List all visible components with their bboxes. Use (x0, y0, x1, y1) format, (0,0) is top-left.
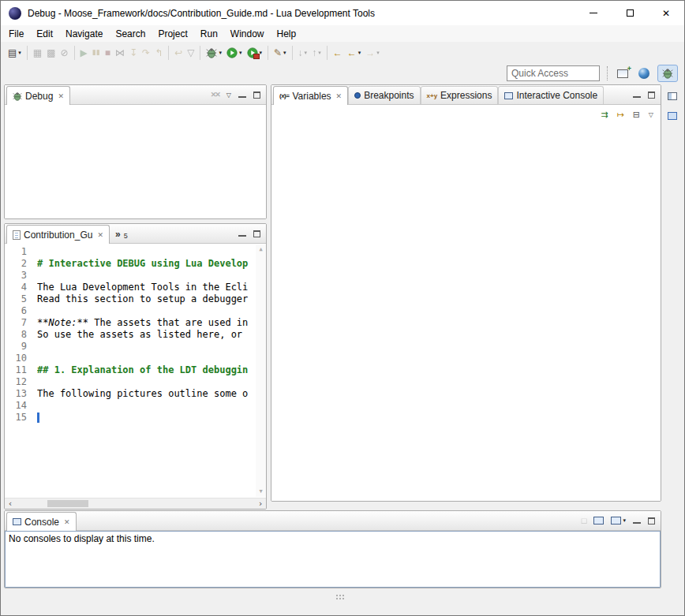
open-console-button[interactable]: ▾ (611, 517, 626, 525)
debug-button[interactable]: ▾ (204, 44, 224, 62)
terminate-button[interactable]: ■ (103, 44, 113, 62)
forward-button[interactable]: → ▾ (363, 44, 382, 62)
previous-annotation-button[interactable]: ↑ ▾ (309, 44, 324, 62)
next-annotation-button[interactable]: ↓ ▾ (296, 44, 310, 62)
step-over-button[interactable]: ↷ (140, 44, 152, 62)
tab-close-icon[interactable]: ✕ (58, 92, 64, 100)
menu-help[interactable]: Help (271, 27, 303, 41)
tab-label: Console (24, 517, 59, 528)
save-all-icon: ▩ (47, 48, 55, 58)
perspective-ldt-button[interactable] (634, 65, 654, 82)
terminate-icon: ■ (105, 48, 110, 58)
menu-navigate[interactable]: Navigate (59, 27, 109, 41)
editor-body[interactable]: 1 2 3 4 5 6 7 8 9 10 11 12 13 14 15 # In… (5, 244, 266, 509)
remove-terminated-button[interactable]: ✕✕ (211, 91, 219, 99)
tab-close-icon[interactable]: ✕ (97, 231, 103, 239)
scroll-up-icon[interactable]: ▲ (259, 247, 262, 252)
menu-file[interactable]: File (2, 27, 30, 41)
debug-view-toolbar: ✕✕ ▽ (211, 85, 266, 104)
last-edit-location-button[interactable]: ← (331, 44, 345, 62)
horizontal-scrollbar[interactable]: ‹ › (5, 498, 266, 509)
skip-breakpoints-button[interactable]: ⊘ (58, 44, 71, 62)
external-tools-button[interactable]: ▾ (245, 44, 265, 62)
resume-icon: ▶ (80, 48, 88, 58)
display-selected-console-button[interactable] (593, 517, 604, 525)
application-window: Debug - Moose_Framework/docs/Contributio… (0, 0, 685, 616)
tab-label: Expressions (440, 90, 492, 101)
resume-button[interactable]: ▶ (78, 44, 90, 62)
maximize-view-button[interactable] (648, 517, 655, 525)
step-return-button[interactable]: ↰ (152, 44, 165, 62)
new-button[interactable]: ▤ ▾ (6, 44, 24, 62)
tab-overflow-chevron[interactable]: »5 (110, 225, 133, 243)
tab-close-icon[interactable]: ✕ (64, 518, 70, 526)
scroll-left-icon[interactable]: ‹ (5, 498, 16, 510)
tab-console[interactable]: Console ✕ (6, 512, 77, 531)
minimize-view-button[interactable] (633, 517, 641, 525)
menu-window[interactable]: Window (224, 27, 271, 41)
new-icon: ▤ (8, 48, 17, 58)
save-all-button[interactable]: ▩ (44, 44, 58, 62)
save-button[interactable]: ▦ (31, 44, 44, 62)
maximize-button[interactable] (612, 1, 648, 25)
debug-view-tabbar: Debug ✕ ✕✕ ▽ (5, 85, 266, 105)
minimize-view-button[interactable] (238, 91, 246, 99)
dropdown-arrow-icon: ▾ (318, 50, 321, 56)
menu-search[interactable]: Search (109, 27, 152, 41)
menu-project[interactable]: Project (152, 27, 193, 41)
minimized-view-button[interactable] (665, 110, 679, 122)
run-button[interactable]: ▾ (224, 44, 245, 62)
menu-edit[interactable]: Edit (30, 27, 59, 41)
tab-interactive-console[interactable]: Interactive Console (498, 86, 604, 104)
minimize-button[interactable] (575, 1, 612, 25)
vertical-scrollbar[interactable]: ▲ ▼ (256, 245, 266, 497)
maximize-view-button[interactable] (253, 230, 260, 237)
restore-view-bar-button[interactable] (665, 90, 679, 103)
tab-close-icon[interactable]: ✕ (336, 92, 342, 100)
show-type-names-button[interactable]: ⇉ (601, 110, 608, 119)
app-icon (9, 7, 21, 20)
back-button[interactable]: ← ▾ (345, 44, 364, 62)
minimize-view-button[interactable] (238, 230, 246, 237)
right-trim-bar (662, 84, 683, 258)
scrollbar-thumb[interactable] (47, 500, 88, 507)
view-menu-button[interactable]: ▽ (649, 111, 653, 118)
view-menu-button[interactable]: ▽ (226, 91, 231, 99)
step-filters-button[interactable]: ▽ (185, 44, 197, 62)
new-console-view-button[interactable]: □ (582, 517, 587, 525)
code-area[interactable]: # Interactive DEBUG using Lua Develop Th… (37, 246, 255, 497)
disconnect-button[interactable]: ⋈ (113, 44, 127, 62)
tab-contribution-guide[interactable]: Contribution_Gu ✕ (6, 225, 110, 244)
close-button[interactable]: ✕ (648, 1, 684, 25)
tab-debug[interactable]: Debug ✕ (6, 86, 70, 105)
open-perspective-button[interactable] (615, 65, 631, 82)
last-edit-location-icon: ← (333, 48, 342, 58)
tab-variables[interactable]: (x)= Variables ✕ (273, 86, 348, 105)
maximize-view-button[interactable] (253, 91, 260, 99)
back-icon: ← (347, 48, 357, 58)
maximize-view-button[interactable] (648, 91, 655, 99)
suspend-button[interactable]: ▮▮ (90, 44, 103, 62)
variables-view-toolbar: ⇉ ↦ ⊟ ▽ (271, 105, 661, 124)
search-button[interactable]: ✎ ▾ (271, 44, 289, 62)
console-panel: Console ✕ □ ▾ No consoles to display at … (4, 510, 661, 588)
tab-breakpoints[interactable]: Breakpoints (348, 86, 420, 104)
previous-annotation-icon: ↑ (312, 48, 316, 58)
minimize-view-button[interactable] (633, 91, 641, 99)
scroll-down-icon[interactable]: ▼ (259, 489, 262, 495)
quick-access-input[interactable] (507, 65, 600, 81)
drop-to-frame-button[interactable]: ↩ (172, 44, 185, 62)
show-logical-structures-button[interactable]: ↦ (616, 110, 623, 119)
tab-expressions[interactable]: x+y Expressions (421, 86, 499, 104)
collapse-all-button[interactable]: ⊟ (633, 110, 640, 119)
minimize-icon (590, 13, 597, 13)
scroll-right-icon[interactable]: › (255, 498, 266, 510)
step-into-button[interactable]: ↧ (127, 44, 140, 62)
markdown-file-icon (13, 230, 21, 240)
console-message-area: No consoles to display at this time. (5, 531, 661, 588)
status-trim-grip[interactable] (336, 595, 346, 601)
tab-label: Breakpoints (364, 90, 414, 101)
menu-run[interactable]: Run (194, 27, 224, 41)
toolbar-separator (200, 46, 200, 60)
perspective-debug-button[interactable] (657, 65, 678, 82)
